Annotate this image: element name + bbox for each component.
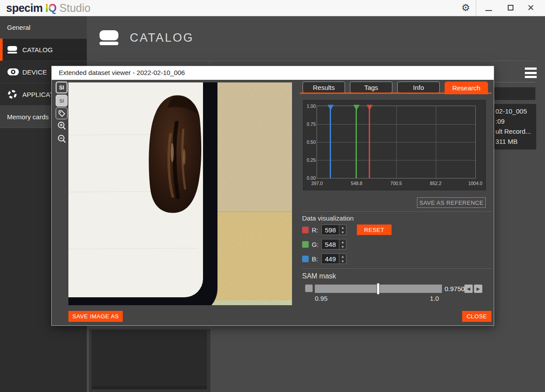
si-badge-light-icon[interactable]: SI: [56, 95, 68, 107]
sidebar-item-label: General: [7, 24, 30, 31]
r-band-line: [369, 106, 370, 178]
channel-wavelength-input[interactable]: [321, 253, 339, 264]
stepper-down-icon[interactable]: ▼: [339, 230, 346, 235]
dataset-photo[interactable]: [68, 82, 292, 305]
gridline: [436, 106, 436, 178]
rgb-channel-controls: R:▲▼RESETG:▲▼B:▲▼: [302, 225, 392, 268]
logo-studio: Studio: [60, 2, 91, 14]
hamburger-menu-icon[interactable]: [525, 68, 537, 78]
channel-color-swatch: [302, 241, 309, 248]
stepper-up-icon[interactable]: ▲: [339, 225, 346, 230]
x-axis-tick: 548.8: [347, 181, 366, 186]
sam-decrement-arrow-icon[interactable]: ◀: [464, 285, 473, 293]
chart-plot-area: 0.000.250.500.751.00397.0548.8700.5852.2…: [317, 106, 476, 178]
channel-row-r-: R:▲▼RESET: [302, 225, 392, 235]
tab-info[interactable]: Info: [397, 82, 440, 93]
channel-color-swatch: [302, 227, 309, 233]
sidebar-item-label: CATALOG: [22, 46, 53, 53]
b-band-marker: [328, 105, 334, 110]
g-band-marker: [353, 105, 360, 110]
settings-gear-icon[interactable]: ⚙: [460, 1, 472, 14]
channel-label: B:: [312, 255, 321, 263]
zoom-out-icon[interactable]: [56, 133, 68, 145]
dialog-body: SISI: [52, 80, 494, 325]
close-dialog-button[interactable]: CLOSE: [462, 311, 492, 322]
sam-mask-slider-thumb[interactable]: [377, 283, 380, 295]
sam-mask-heading: SAM mask: [302, 272, 336, 280]
x-axis-tick: 397.0: [307, 181, 327, 186]
minimize-button[interactable]: [479, 0, 498, 16]
channel-label: G:: [312, 241, 321, 248]
y-axis-tick: 0.00: [305, 175, 316, 181]
sam-mask-max-label: 1.0: [421, 295, 439, 302]
tab-results[interactable]: Results: [303, 82, 345, 93]
channel-stepper[interactable]: ▲▼: [339, 225, 346, 235]
r-band-marker: [367, 105, 373, 110]
extended-dataset-viewer-dialog: Extended dataset viewer - 2022-02-10_006…: [51, 66, 494, 326]
sam-mask-value: 0.9750: [445, 285, 465, 292]
dataset-time-fragment: :09: [495, 116, 534, 126]
close-icon: ×: [527, 1, 534, 14]
dataset-size-fragment: 311 MB: [495, 136, 534, 146]
stepper-down-icon[interactable]: ▼: [339, 244, 346, 249]
section-divider: [302, 268, 492, 269]
y-axis-tick: 0.75: [305, 121, 316, 127]
x-axis-tick: 852.2: [426, 181, 445, 186]
maximize-icon: [508, 5, 513, 11]
logo-specim: specim: [6, 2, 43, 14]
gridline: [396, 106, 397, 178]
header-divider: [96, 61, 536, 61]
zoom-in-icon[interactable]: [56, 120, 68, 132]
save-image-as-button[interactable]: SAVE IMAGE AS: [68, 311, 123, 322]
y-axis-tick: 0.50: [305, 139, 316, 145]
section-divider: [302, 211, 492, 212]
drive-icon: [7, 46, 22, 53]
tab-tags[interactable]: Tags: [350, 82, 392, 93]
sam-increment-arrow-icon[interactable]: ▶: [474, 285, 482, 293]
channel-stepper[interactable]: ▲▼: [339, 239, 346, 249]
stepper-up-icon[interactable]: ▲: [339, 254, 346, 259]
sam-mask-min-label: 0.95: [315, 295, 328, 302]
si-badge-icon[interactable]: SI: [56, 82, 68, 93]
b-band-line: [330, 106, 331, 178]
close-window-button[interactable]: ×: [523, 0, 542, 16]
sam-mask-toggle[interactable]: [305, 285, 313, 292]
channel-stepper[interactable]: ▲▼: [339, 253, 346, 264]
dialog-title: Extended dataset viewer - 2022-02-10_006: [52, 66, 494, 80]
y-axis-tick: 0.25: [305, 157, 316, 163]
dataset-recording-fragment: ult Record...: [495, 126, 534, 136]
app-logo: specimIQStudio: [6, 2, 90, 14]
y-axis-tick: 1.00: [305, 103, 316, 109]
camera-icon: [7, 68, 22, 75]
sidebar-item-general[interactable]: General: [0, 16, 87, 39]
tag-icon[interactable]: [56, 107, 68, 119]
sidebar-item-label: DEVICE: [22, 68, 47, 76]
channel-color-swatch: [302, 256, 309, 262]
data-visualization-heading: Data visualization: [302, 214, 354, 222]
channel-label: R:: [312, 226, 321, 234]
sam-mask-slider-track[interactable]: [315, 285, 442, 293]
logo-iq: IQ: [45, 2, 57, 14]
save-as-reference-button[interactable]: SAVE AS REFERENCE: [417, 197, 486, 208]
sidebar-item-catalog[interactable]: CATALOG: [0, 39, 87, 61]
channel-wavelength-input[interactable]: [321, 239, 339, 249]
x-axis-tick: 1004.0: [466, 181, 485, 186]
channel-row-b-: B:▲▼: [302, 253, 392, 264]
x-axis-tick: 700.5: [387, 181, 406, 186]
aperture-icon: [7, 89, 22, 99]
channel-row-g-: G:▲▼: [302, 239, 392, 249]
stepper-up-icon[interactable]: ▲: [339, 239, 346, 244]
topbar-divider: [476, 0, 476, 16]
dataset-name-fragment: 02-10_005: [495, 106, 534, 116]
page-title: CATALOG: [130, 31, 194, 45]
dataset-thumbnail-placeholder[interactable]: [89, 329, 210, 392]
title-bar: specimIQStudio ⚙ ×: [0, 0, 545, 16]
sidebar-item-label: Memory cards: [7, 113, 49, 121]
g-band-line: [356, 106, 357, 178]
photo-render: [68, 82, 292, 305]
dataset-list-item[interactable]: 02-10_005 :09 ult Record... 311 MB: [494, 104, 536, 150]
stepper-down-icon[interactable]: ▼: [339, 259, 346, 264]
maximize-button[interactable]: [501, 0, 520, 16]
channel-wavelength-input[interactable]: [321, 225, 339, 235]
reset-button[interactable]: RESET: [357, 225, 392, 235]
